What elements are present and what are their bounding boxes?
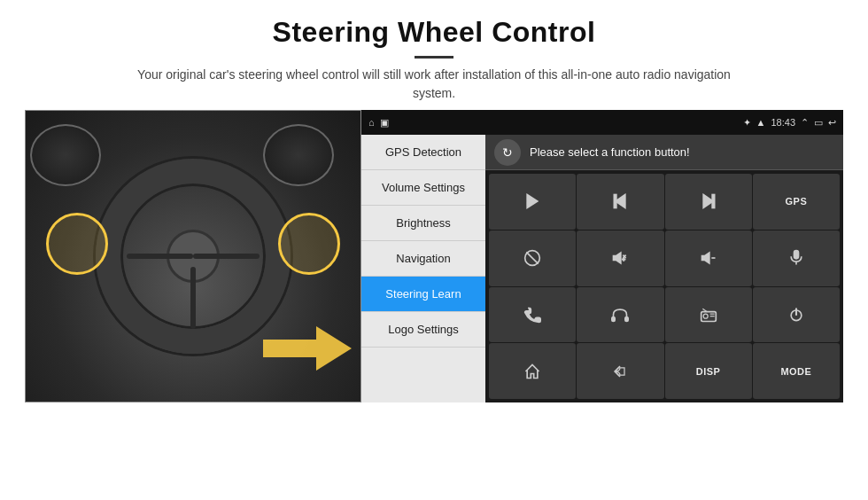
menu-item-navigation[interactable]: Navigation — [361, 241, 485, 277]
menu-list: GPS Detection Volume Settings Brightness… — [361, 135, 485, 402]
arrow-overlay — [263, 322, 352, 375]
refresh-button[interactable]: ↻ — [494, 139, 521, 166]
power-button[interactable] — [753, 287, 840, 343]
screen-content: ↻ Please select a function button! — [485, 135, 843, 402]
svg-marker-8 — [614, 253, 621, 263]
phone-button[interactable] — [489, 287, 576, 343]
play-button[interactable] — [489, 174, 576, 230]
menu-item-volume[interactable]: Volume Settings — [361, 170, 485, 206]
back-nav-icon — [611, 363, 629, 380]
gps-button[interactable]: GPS — [753, 174, 840, 230]
svg-rect-17 — [625, 316, 628, 321]
next-icon — [700, 192, 717, 210]
menu-item-logo[interactable]: Logo Settings — [361, 312, 485, 348]
signal-icon: ▲ — [756, 117, 766, 128]
power-icon — [787, 306, 805, 324]
headset-icon — [611, 306, 629, 324]
svg-rect-3 — [615, 195, 617, 208]
status-right: ✦ ▲ 18:43 ⌃ ▭ ↩ — [743, 117, 836, 129]
gps-label: GPS — [786, 196, 808, 207]
mic-button[interactable] — [753, 230, 840, 286]
steering-wheel — [96, 159, 291, 354]
home-button[interactable] — [489, 343, 576, 399]
gauge-right — [263, 124, 334, 186]
bluetooth-icon: ✦ — [743, 117, 751, 129]
steering-wheel-image — [25, 110, 361, 402]
svg-rect-16 — [612, 316, 615, 321]
vol-up-icon: + — [611, 249, 629, 267]
vol-down-icon — [700, 249, 717, 267]
button-highlight-left — [46, 213, 108, 275]
mic-icon — [787, 249, 805, 267]
radio-icon — [700, 306, 717, 324]
phone-icon — [523, 306, 541, 324]
vol-down-button[interactable] — [665, 230, 752, 286]
page-title: Steering Wheel Control — [53, 16, 815, 49]
radio-button[interactable] — [665, 287, 752, 343]
vol-up-button[interactable]: + — [577, 230, 663, 286]
play-icon — [523, 192, 541, 210]
content-header: ↻ Please select a function button! — [485, 135, 843, 170]
disp-label: DISP — [696, 366, 721, 377]
svg-point-19 — [703, 314, 708, 318]
svg-text:+: + — [623, 256, 626, 262]
back-icon: ↩ — [828, 117, 836, 129]
prev-icon — [611, 192, 629, 210]
function-button-grid: GPS — [485, 170, 843, 402]
gauge-left — [30, 124, 101, 186]
expand-icon: ⌃ — [801, 117, 809, 129]
back-nav-button[interactable] — [577, 343, 663, 399]
headset-button[interactable] — [577, 287, 663, 343]
mode-label: MODE — [780, 366, 811, 377]
main-content: ⌂ ▣ ✦ ▲ 18:43 ⌃ ▭ ↩ GPS Detection — [0, 110, 868, 500]
mode-button[interactable]: MODE — [753, 343, 840, 399]
screen-body: GPS Detection Volume Settings Brightness… — [361, 135, 843, 402]
mute-button[interactable] — [489, 230, 576, 286]
media-icon: ▣ — [380, 117, 389, 129]
menu-item-brightness[interactable]: Brightness — [361, 206, 485, 241]
status-bar: ⌂ ▣ ✦ ▲ 18:43 ⌃ ▭ ↩ — [361, 110, 843, 135]
disp-button[interactable]: DISP — [665, 343, 752, 399]
next-track-button[interactable] — [665, 174, 752, 230]
page-subtitle: Your original car's steering wheel contr… — [124, 66, 744, 103]
spoke-left — [127, 254, 193, 259]
svg-rect-5 — [712, 195, 715, 208]
menu-item-gps[interactable]: GPS Detection — [361, 135, 485, 170]
page: Steering Wheel Control Your original car… — [0, 0, 868, 500]
svg-rect-14 — [794, 251, 798, 259]
direction-arrow — [263, 322, 352, 375]
time-display: 18:43 — [771, 117, 795, 128]
page-header: Steering Wheel Control Your original car… — [0, 0, 868, 110]
car-screen: ⌂ ▣ ✦ ▲ 18:43 ⌃ ▭ ↩ GPS Detection — [361, 110, 843, 402]
svg-line-7 — [526, 252, 538, 263]
content-header-text: Please select a function button! — [530, 145, 690, 159]
spoke-right — [193, 254, 260, 259]
svg-marker-1 — [527, 195, 538, 208]
spoke-down — [190, 267, 196, 329]
window-icon: ▭ — [814, 117, 823, 129]
button-highlight-right — [278, 213, 340, 275]
mute-icon — [523, 249, 541, 267]
status-left: ⌂ ▣ — [368, 117, 389, 129]
prev-track-button[interactable] — [577, 174, 663, 230]
svg-marker-0 — [263, 326, 352, 371]
home-icon — [523, 363, 541, 380]
svg-marker-12 — [701, 253, 709, 263]
header-divider — [415, 56, 453, 59]
home-icon: ⌂ — [368, 117, 375, 128]
menu-item-steering[interactable]: Steering Learn — [361, 277, 485, 312]
